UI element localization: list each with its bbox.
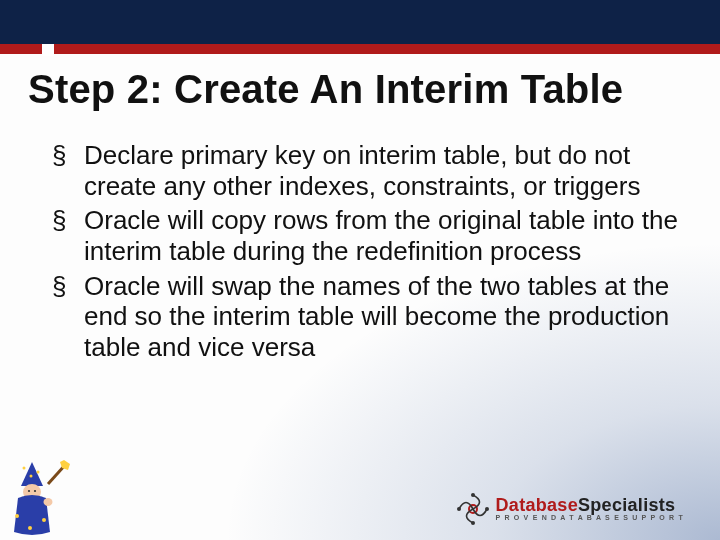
- svg-point-9: [28, 526, 32, 530]
- wizard-icon: [4, 458, 74, 536]
- logo-text: DatabaseSpecialists P R O V E N D A T A …: [496, 497, 684, 522]
- svg-point-16: [471, 521, 475, 525]
- header-notch: [42, 44, 54, 56]
- slide: Step 2: Create An Interim Table Declare …: [0, 0, 720, 540]
- logo-mark-icon: [456, 492, 490, 526]
- logo-word-database: Database: [496, 495, 578, 515]
- svg-point-15: [485, 507, 489, 511]
- svg-point-1: [23, 467, 26, 470]
- footer-logo: DatabaseSpecialists P R O V E N D A T A …: [456, 492, 684, 526]
- logo-subtitle: P R O V E N D A T A B A S E S U P P O R …: [496, 515, 684, 522]
- bullet-item: Oracle will swap the names of the two ta…: [52, 271, 680, 363]
- slide-title: Step 2: Create An Interim Table: [28, 68, 692, 110]
- svg-point-7: [15, 514, 19, 518]
- svg-point-8: [42, 518, 46, 522]
- svg-point-17: [457, 507, 461, 511]
- logo-word-specialists: Specialists: [578, 495, 675, 515]
- slide-body: Declare primary key on interim table, bu…: [52, 140, 680, 367]
- bullet-item: Declare primary key on interim table, bu…: [52, 140, 680, 201]
- svg-point-5: [28, 490, 30, 492]
- svg-point-2: [37, 471, 40, 474]
- svg-marker-0: [21, 462, 43, 486]
- svg-point-12: [44, 498, 53, 506]
- bullet-item: Oracle will copy rows from the original …: [52, 205, 680, 266]
- svg-point-3: [30, 475, 33, 478]
- bullet-list: Declare primary key on interim table, bu…: [52, 140, 680, 363]
- svg-point-14: [471, 493, 475, 497]
- svg-point-6: [34, 490, 36, 492]
- header-bar: [0, 0, 720, 44]
